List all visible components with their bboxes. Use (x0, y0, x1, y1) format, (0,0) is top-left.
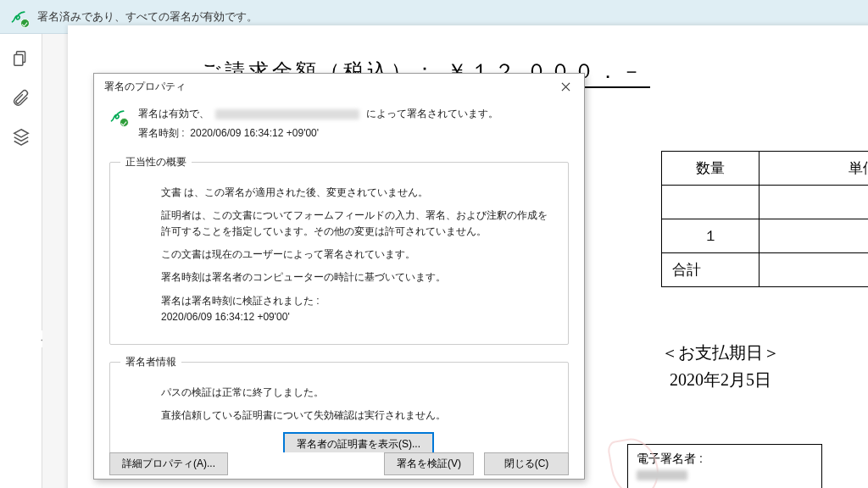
close-button[interactable]: 閉じる(C) (484, 452, 569, 475)
show-certificate-button[interactable]: 署名者の証明書を表示(S)... (283, 432, 434, 452)
svg-rect-1 (14, 54, 22, 65)
dialog-titlebar: 署名のプロパティ (94, 74, 584, 99)
esign-signer-label: 電子署名者 : (637, 452, 703, 465)
validity-summary-section: 正当性の概要 文書 は、この署名が適用された後、変更されていません。 証明者は、… (109, 155, 569, 345)
signer-info-legend: 署名者情報 (120, 355, 181, 369)
validity-line-4: 署名時刻は署名者のコンピューターの時計に基づいています。 (161, 269, 556, 286)
sign-time-value: 2020/06/09 16:34:12 +09'00' (190, 127, 319, 139)
dialog-footer: 詳細プロパティ(A)... 署名を検証(V) 閉じる(C) (94, 452, 584, 479)
sum-label-cell: 合計 (662, 253, 760, 287)
validity-line-1: 文書 は、この署名が適用された後、変更されていません。 (161, 185, 556, 201)
signer-info-line-2: 直接信頼している証明書について失効確認は実行されません。 (161, 408, 556, 424)
signer-info-section: 署名者情報 パスの検証は正常に終了しました。 直接信頼している証明書について失効… (109, 355, 569, 452)
attachments-panel-icon[interactable] (12, 88, 31, 107)
pages-panel-icon[interactable] (12, 49, 31, 68)
dialog-title-text: 署名のプロパティ (104, 80, 186, 94)
payment-due-label: ＜お支払期日＞ (627, 339, 814, 366)
sign-time-label: 署名時刻 : (138, 127, 185, 139)
layers-panel-icon[interactable] (12, 127, 31, 146)
qty-cell: １ (662, 219, 760, 253)
esign-signer-redacted (637, 470, 687, 480)
signer-name-redacted (215, 109, 359, 119)
dialog-close-button[interactable] (554, 77, 577, 96)
signature-valid-icon (10, 8, 27, 25)
digital-signature-field[interactable]: 電子署名者 : 日付 : (627, 444, 822, 488)
advanced-properties-button[interactable]: 詳細プロパティ(A)... (109, 452, 228, 475)
col-header-unitprice: 単価 (760, 152, 869, 186)
col-header-qty: 数量 (662, 152, 760, 186)
validity-summary-legend: 正当性の概要 (120, 155, 192, 169)
dialog-summary-text: 署名は有効で、 によって署名されています。 署名時刻 : 2020/06/09 … (138, 104, 498, 143)
payment-due-date: 2020年2月5日 (627, 366, 814, 393)
validate-signature-button[interactable]: 署名を検証(V) (384, 452, 474, 475)
invoice-table: 数量 単価 １ 合計 (661, 151, 868, 287)
signature-status-text: 署名済みであり、すべての署名が有効です。 (37, 9, 258, 25)
validity-line-5: 署名は署名時刻に検証されました : 2020/06/09 16:34:12 +0… (161, 293, 556, 325)
validity-line-2: 証明者は、この文書についてフォームフィールドの入力、署名、および注釈の作成を許可… (161, 208, 556, 240)
signature-valid-icon (109, 108, 126, 125)
payment-due-block: ＜お支払期日＞ 2020年2月5日 (627, 339, 814, 393)
signer-info-line-1: パスの検証は正常に終了しました。 (161, 385, 556, 401)
sidebar (0, 34, 42, 488)
validity-line-3: この文書は現在のユーザーによって署名されています。 (161, 247, 556, 263)
signature-properties-dialog: 署名のプロパティ 署名は有効で、 によって署名されています。 署名時刻 : 20… (93, 73, 585, 480)
